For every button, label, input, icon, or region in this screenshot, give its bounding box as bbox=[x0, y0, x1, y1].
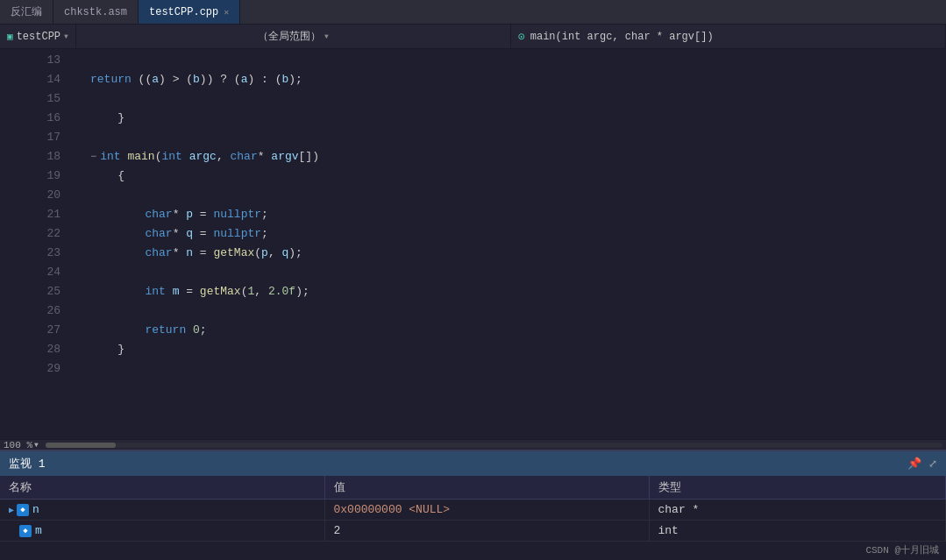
watch-col-value: 值 bbox=[324, 476, 649, 500]
token-op bbox=[186, 321, 193, 340]
token-op bbox=[121, 147, 128, 167]
token-fn: getMax bbox=[200, 282, 241, 301]
code-line bbox=[90, 263, 946, 282]
token-op: * bbox=[173, 244, 187, 263]
watch-expand-icon[interactable]: ⤢ bbox=[928, 457, 937, 471]
code-content[interactable]: return ((a) > (b)) ? (a) : (b); } −int m… bbox=[83, 49, 946, 439]
code-line: ➡ return 0; bbox=[90, 321, 946, 340]
token-ident: q bbox=[186, 224, 193, 244]
watch-cell-value: 0x00000000 <NULL> bbox=[324, 500, 649, 521]
fold-icon[interactable]: − bbox=[90, 147, 96, 167]
token-ident: argv bbox=[271, 147, 298, 167]
line-number: 25 bbox=[19, 282, 60, 301]
tab-disassembly-label: 反汇编 bbox=[11, 4, 42, 19]
watch-title: 监视 1 bbox=[9, 456, 46, 471]
scroll-track[interactable] bbox=[46, 443, 942, 448]
token-type-kw: int bbox=[90, 282, 166, 301]
watch-var-name: n bbox=[32, 503, 39, 516]
line-number: 18 bbox=[19, 147, 60, 167]
scope-label: （全局范围） bbox=[258, 29, 321, 44]
token-ident: b bbox=[282, 70, 289, 89]
marker-column bbox=[0, 49, 19, 439]
var-icon: ◆ bbox=[19, 525, 32, 537]
token-type-kw: int bbox=[161, 147, 181, 167]
token-ident: p bbox=[261, 244, 268, 263]
token-type-kw: char bbox=[90, 205, 173, 224]
token-op: ); bbox=[295, 282, 309, 301]
token-op: , bbox=[268, 244, 282, 263]
tab-testcpp-label: testCPP.cpp bbox=[149, 6, 218, 18]
token-ident: b bbox=[193, 70, 200, 89]
line-number: 16 bbox=[19, 109, 60, 128]
scrollbar-horizontal[interactable]: 100 % ▼ bbox=[0, 439, 946, 450]
zoom-dropdown-icon[interactable]: ▼ bbox=[34, 441, 39, 449]
token-op: , bbox=[217, 147, 231, 167]
code-line: return ((a) > (b)) ? (a) : (b); bbox=[90, 70, 946, 89]
token-op: = bbox=[193, 244, 213, 263]
watch-cell-name: ▶◆n bbox=[0, 500, 324, 521]
tab-disassembly[interactable]: 反汇编 bbox=[0, 0, 53, 24]
tab-close-icon[interactable]: ✕ bbox=[224, 7, 229, 18]
token-fn: getMax bbox=[213, 244, 254, 263]
token-op: = bbox=[179, 282, 199, 301]
token-type-kw: char bbox=[90, 244, 173, 263]
tab-chkstk-label: chkstk.asm bbox=[64, 6, 127, 18]
code-line: } bbox=[90, 340, 946, 359]
token-op bbox=[182, 147, 189, 167]
code-gutter bbox=[68, 49, 83, 439]
project-dropdown-arrow: ▼ bbox=[64, 32, 68, 40]
token-num: 2.0f bbox=[268, 282, 295, 301]
code-line: int m = getMax(1, 2.0f); bbox=[90, 282, 946, 301]
token-op: } bbox=[90, 340, 124, 359]
token-op: ; bbox=[261, 224, 268, 244]
watch-table: 名称 值 类型 ▶◆n0x00000000 <NULL>char *◆m2int bbox=[0, 476, 946, 542]
toolbar-project[interactable]: ▣ testCPP ▼ bbox=[0, 25, 76, 48]
expand-arrow-icon[interactable]: ▶ bbox=[9, 506, 14, 515]
token-op: * bbox=[173, 224, 187, 244]
project-icon: ▣ bbox=[7, 31, 13, 42]
line-number: 29 bbox=[19, 359, 60, 379]
scroll-thumb[interactable] bbox=[46, 443, 116, 448]
token-ident: p bbox=[186, 205, 193, 224]
watch-header: 监视 1 📌 ⤢ bbox=[0, 451, 946, 476]
token-op: ( bbox=[155, 147, 162, 167]
line-number: 17 bbox=[19, 128, 60, 147]
toolbar-scope[interactable]: （全局范围） ▼ bbox=[76, 25, 511, 48]
token-null-kw: nullptr bbox=[213, 224, 261, 244]
token-op: []) bbox=[299, 147, 319, 167]
token-op: * bbox=[173, 205, 187, 224]
token-op: , bbox=[254, 282, 268, 301]
line-number: 24 bbox=[19, 263, 60, 282]
token-op: )) ? ( bbox=[200, 70, 241, 89]
line-number: 15 bbox=[19, 89, 60, 109]
tab-bar: 反汇编 chkstk.asm testCPP.cpp ✕ bbox=[0, 0, 946, 25]
watch-cell-name: ◆m bbox=[0, 521, 324, 542]
watch-panel: 监视 1 📌 ⤢ 名称 值 类型 ▶◆n0x00000000 <NULL>cha… bbox=[0, 450, 946, 560]
code-line bbox=[90, 89, 946, 109]
watch-pin-icon[interactable]: 📌 bbox=[907, 457, 921, 471]
watch-col-name: 名称 bbox=[0, 476, 324, 500]
line-numbers: 1314151617181920212223242526272829 bbox=[19, 49, 68, 439]
token-op: } bbox=[90, 109, 124, 128]
watch-row[interactable]: ▶◆n0x00000000 <NULL>char * bbox=[0, 500, 946, 521]
line-number: 22 bbox=[19, 224, 60, 244]
var-icon: ◆ bbox=[17, 504, 29, 516]
tab-testcpp[interactable]: testCPP.cpp ✕ bbox=[139, 0, 240, 24]
watch-col-type: 类型 bbox=[649, 476, 946, 500]
line-number: 23 bbox=[19, 244, 60, 263]
toolbar-func[interactable]: ⊙ main(int argc, char * argv[]) bbox=[511, 25, 946, 48]
watch-row[interactable]: ◆m2int bbox=[0, 521, 946, 542]
token-op: * bbox=[258, 147, 272, 167]
code-line: char* q = nullptr; bbox=[90, 224, 946, 244]
toolbar: ▣ testCPP ▼ （全局范围） ▼ ⊙ main(int argc, ch… bbox=[0, 25, 946, 49]
code-line: char* n = getMax(p, q); bbox=[90, 244, 946, 263]
tab-chkstk[interactable]: chkstk.asm bbox=[53, 0, 139, 24]
code-line bbox=[90, 301, 946, 321]
watch-var-name: m bbox=[35, 524, 42, 537]
code-line bbox=[90, 128, 946, 147]
code-line: { bbox=[90, 167, 946, 186]
watermark: CSDN @十月旧城 bbox=[0, 542, 946, 558]
editor-area: 1314151617181920212223242526272829 retur… bbox=[0, 49, 946, 439]
token-op: ( bbox=[254, 244, 261, 263]
token-kw: return bbox=[90, 321, 186, 340]
